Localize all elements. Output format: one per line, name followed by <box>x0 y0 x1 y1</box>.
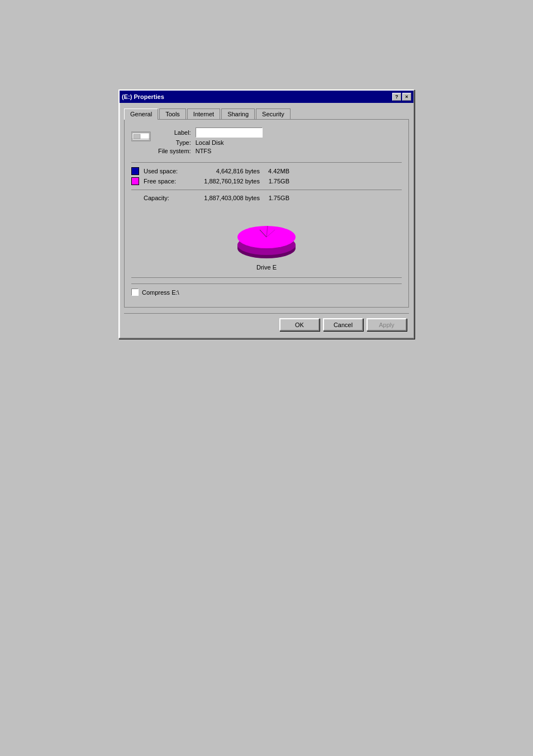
tab-panel-general: Label: Type: Local Disk File system: NTF… <box>124 119 409 308</box>
free-space-size: 1.75GB <box>264 178 289 185</box>
window-title: (E:) Properties <box>122 93 164 100</box>
capacity-bytes: 1,887,403,008 bytes <box>187 195 260 201</box>
tab-tools[interactable]: Tools <box>159 108 186 119</box>
label-input[interactable] <box>196 127 263 138</box>
free-space-label: Free space: <box>144 178 183 185</box>
capacity-label: Capacity: <box>144 195 183 201</box>
used-space-bytes: 4,642,816 bytes <box>187 168 260 174</box>
used-space-label: Used space: <box>144 168 183 174</box>
drive-chart-label: Drive E <box>256 264 277 271</box>
used-space-row: Used space: 4,642,816 bytes 4.42MB <box>131 167 402 175</box>
svg-rect-2 <box>134 134 140 139</box>
label-label: Label: <box>158 129 191 136</box>
type-label: Type: <box>158 139 191 146</box>
help-button[interactable]: ? <box>392 93 401 101</box>
used-space-size: 4.42MB <box>264 168 289 174</box>
cancel-button[interactable]: Cancel <box>323 318 363 331</box>
filesystem-label: File system: <box>158 148 191 154</box>
chart-area: Drive E <box>131 210 402 271</box>
free-space-color-box <box>131 177 139 185</box>
free-space-bytes: 1,882,760,192 bytes <box>187 178 260 185</box>
button-bar: OK Cancel Apply <box>124 313 409 333</box>
compress-section: Compress E:\ <box>131 284 402 300</box>
divider-1 <box>131 162 402 163</box>
used-space-color-box <box>131 167 139 175</box>
tab-strip: General Tools Internet Sharing Security <box>124 106 409 119</box>
tab-general[interactable]: General <box>124 108 158 120</box>
title-bar-controls: ? × <box>392 93 411 101</box>
drive-icon <box>131 129 151 144</box>
properties-window: (E:) Properties ? × General Tools Intern… <box>118 89 415 339</box>
ok-button[interactable]: OK <box>279 318 320 331</box>
divider-3 <box>131 277 402 278</box>
compress-checkbox[interactable] <box>131 289 139 296</box>
close-button[interactable]: × <box>402 93 411 101</box>
pie-chart <box>227 210 306 261</box>
divider-2 <box>131 190 402 190</box>
window-content: General Tools Internet Sharing Security <box>120 103 413 338</box>
apply-button[interactable]: Apply <box>367 318 407 331</box>
title-bar: (E:) Properties ? × <box>120 91 413 103</box>
compress-label: Compress E:\ <box>142 289 179 296</box>
tab-sharing[interactable]: Sharing <box>221 108 255 119</box>
free-space-row: Free space: 1,882,760,192 bytes 1.75GB <box>131 177 402 185</box>
filesystem-value: NTFS <box>196 148 263 154</box>
capacity-size: 1.75GB <box>264 195 289 201</box>
tab-internet[interactable]: Internet <box>187 108 220 119</box>
drive-info-section: Label: Type: Local Disk File system: NTF… <box>131 127 402 154</box>
drive-details-grid: Label: Type: Local Disk File system: NTF… <box>158 127 263 154</box>
type-value: Local Disk <box>196 139 263 146</box>
capacity-row: Capacity: 1,887,403,008 bytes 1.75GB <box>131 195 402 201</box>
tab-security[interactable]: Security <box>256 108 291 119</box>
